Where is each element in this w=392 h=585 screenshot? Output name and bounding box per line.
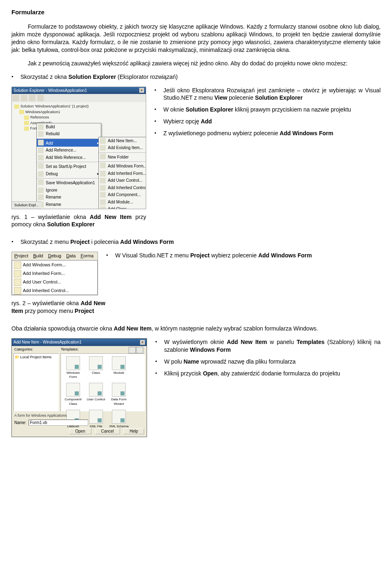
large-icons-icon[interactable] xyxy=(129,347,136,353)
screenshot-solution-explorer: Solution Explorer - WindowsApplication1 … xyxy=(11,87,146,209)
bold: Project xyxy=(190,252,209,259)
template-item[interactable]: Module xyxy=(109,356,129,380)
menu-item-label: Rebuild xyxy=(46,132,60,136)
text: przy pomocy menu xyxy=(23,308,75,314)
menu-item[interactable]: Add Windows Form... xyxy=(99,161,146,170)
text: Skorzystać z menu xyxy=(20,239,70,245)
name-label: Name: xyxy=(14,420,26,426)
menu-item[interactable]: Ignore xyxy=(37,187,101,194)
menu-item-label: New Folder xyxy=(108,155,129,159)
menubar-item[interactable]: Project xyxy=(14,253,28,259)
menu-item-label: Ignore xyxy=(46,188,57,192)
menu-item-icon xyxy=(38,179,44,185)
menu-item[interactable]: Add Inherited Control... xyxy=(99,184,146,192)
template-item[interactable]: Data Form Wizard xyxy=(109,383,129,406)
help-button[interactable]: Help xyxy=(123,428,144,434)
close-icon[interactable]: × xyxy=(139,88,144,93)
menu-item[interactable]: Add New Item... xyxy=(99,137,146,145)
bold: Add Windows Form xyxy=(258,252,312,259)
menu-item[interactable]: Debug xyxy=(37,170,101,178)
template-item[interactable]: Class xyxy=(86,356,106,380)
menu-item-icon xyxy=(14,287,21,295)
menu-item[interactable]: Properties xyxy=(37,209,101,209)
caption-2: rys. 2 – wyświetlanie okna Add New Item … xyxy=(11,299,105,315)
menu-item[interactable]: New Folder xyxy=(99,152,146,161)
category-item[interactable]: 📁 Local Project Items xyxy=(15,355,58,359)
menu-item[interactable]: Add Class... xyxy=(99,205,146,209)
menubar-item[interactable]: Debug xyxy=(48,253,61,259)
template-item[interactable]: Component Class xyxy=(63,383,83,406)
toolbar-icon[interactable] xyxy=(21,95,27,101)
menubar-item[interactable]: Build xyxy=(33,253,43,259)
menu-item-label: Add xyxy=(46,141,53,145)
tab-solution-explorer[interactable]: Solution Expl... xyxy=(12,201,41,208)
project-dropdown: Add Windows Form...Add Inherited Form...… xyxy=(12,260,98,295)
text: W wyświetlonym oknie xyxy=(164,339,227,345)
menu-item-icon xyxy=(100,206,106,209)
text: polecenie xyxy=(227,94,255,101)
menu-item-icon xyxy=(14,261,21,269)
close-icon[interactable]: × xyxy=(140,340,145,345)
bold: Add xyxy=(201,118,212,125)
menu-item-icon xyxy=(100,154,106,159)
menu-item[interactable]: Add Existing Item... xyxy=(99,144,146,152)
menubar-item[interactable]: Data xyxy=(66,253,76,259)
step-choose-add: Wybierz opcję Add xyxy=(154,118,381,125)
bold: Add Windows Form xyxy=(120,239,174,245)
toolbar-icon[interactable] xyxy=(37,95,44,101)
menu-item-icon xyxy=(38,188,44,193)
dropdown-item[interactable]: Add Inherited Control... xyxy=(12,286,97,295)
menu-item-icon xyxy=(100,192,106,198)
view-toggle[interactable] xyxy=(129,347,143,353)
menu-item-label: Add Module... xyxy=(108,200,133,204)
menu-item[interactable]: Add Module... xyxy=(99,199,146,206)
tree-row[interactable]: References xyxy=(14,115,143,121)
bold: Add Windows Form xyxy=(280,130,333,136)
menu-item[interactable]: Add Inherited Form... xyxy=(99,170,146,177)
step-add-windows-form: Z wyświetlonego podmenu wybierz poleceni… xyxy=(154,130,381,137)
name-field[interactable] xyxy=(29,420,88,426)
menu-item[interactable]: Set as StartUp Project xyxy=(37,162,101,170)
menu-item-icon xyxy=(38,171,44,177)
menu-item-label: Add Component... xyxy=(108,192,141,197)
menu-item[interactable]: Add Component... xyxy=(99,191,146,199)
menu-item[interactable]: Build xyxy=(37,123,101,131)
toolbar xyxy=(12,94,146,102)
menu-item[interactable]: Add xyxy=(37,138,101,147)
tree-row[interactable]: WindowsApplication1 xyxy=(14,109,143,115)
window-title: Solution Explorer - WindowsApplication1 xyxy=(13,88,87,94)
template-item[interactable]: User Control xyxy=(86,383,106,406)
dropdown-item[interactable]: Add Inherited Form... xyxy=(12,269,97,278)
bold: View xyxy=(214,94,227,101)
menu-item[interactable]: Add Reference... xyxy=(37,147,101,154)
dropdown-item[interactable]: Add User Control... xyxy=(12,278,97,286)
toolbar-icon[interactable] xyxy=(13,95,19,101)
open-button[interactable]: Open xyxy=(69,428,91,434)
sub-menu: Add New Item...Add Existing Item...New F… xyxy=(98,137,146,209)
paragraph-2: Jak z pewnością zauważyłeś większość apl… xyxy=(11,60,381,67)
cancel-button[interactable]: Cancel xyxy=(95,428,120,434)
menubar-item[interactable]: Forma xyxy=(80,253,94,259)
menu-item-icon xyxy=(38,194,44,200)
dropdown-item[interactable]: Add Windows Form... xyxy=(12,261,97,269)
menu-item[interactable]: Add Web Reference... xyxy=(37,154,101,161)
small-icons-icon[interactable] xyxy=(136,347,143,353)
text: , aby zatwierdzić dodanie formularza do … xyxy=(218,370,340,377)
tree-row[interactable]: Solution 'WindowsApplication1' (1 projec… xyxy=(14,104,143,109)
menu-item-icon xyxy=(100,171,106,176)
menu-item[interactable]: Rename xyxy=(37,194,101,201)
text: wybierz polecenie xyxy=(209,252,258,259)
step-right-click: W oknie Solution Explorer kliknij prawym… xyxy=(154,106,381,114)
tree-label: Solution 'WindowsApplication1' (1 projec… xyxy=(20,104,89,108)
toolbar-icon[interactable] xyxy=(29,95,36,101)
template-label: Component Class xyxy=(63,397,83,406)
template-item[interactable]: Windows Form xyxy=(63,356,83,380)
menu-item[interactable]: Save WindowsApplication1 xyxy=(37,178,101,187)
template-label: Class xyxy=(86,371,106,375)
menu-item[interactable]: Add User Control... xyxy=(99,177,146,184)
menu-item[interactable]: Rename xyxy=(37,201,101,208)
window-title-bar: Add New Item - WindowsApplication1 × xyxy=(12,339,147,346)
file-icon xyxy=(24,127,29,131)
menu-item[interactable]: Rebuild xyxy=(37,130,101,138)
template-label: Windows Form xyxy=(63,371,83,380)
